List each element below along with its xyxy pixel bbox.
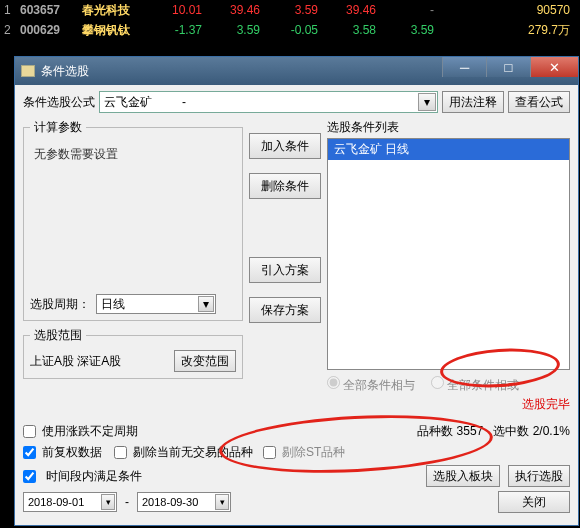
period-label: 选股周期： [30,296,90,313]
volume: 279.7万 [442,22,576,39]
fq-checkbox[interactable] [23,446,36,459]
unstable-period-checkbox[interactable] [23,425,36,438]
row-index: 2 [4,23,20,37]
delete-condition-button[interactable]: 删除条件 [249,173,321,199]
range-legend: 选股范围 [30,327,86,344]
param-box: 无参数需要设置 [30,142,236,288]
col4: 3.58 [326,23,384,37]
chevron-down-icon[interactable]: ▾ [198,296,214,312]
date-range-checkbox[interactable] [23,470,36,483]
col4: 39.46 [326,3,384,17]
range-text: 上证A股 深证A股 [30,353,121,370]
to-block-button[interactable]: 选股入板块 [426,465,500,487]
count-label: 品种数 [417,424,453,438]
date-from-combo[interactable]: 2018-09-01 ▾ [23,492,117,512]
radio-and[interactable]: 全部条件相与 [327,376,415,394]
view-formula-button[interactable]: 查看公式 [508,91,570,113]
radio-or-input[interactable] [431,376,444,389]
stock-filter-dialog: 条件选股 ─ □ ✕ 条件选股公式 云飞金矿 - ▾ 用法注释 查看公式 计算参… [14,56,579,526]
stock-code: 000629 [20,23,82,37]
execute-button[interactable]: 执行选股 [508,465,570,487]
add-condition-button[interactable]: 加入条件 [249,133,321,159]
col1: 10.01 [152,3,210,17]
status-text: 选股完毕 [327,396,570,413]
selected-value: 2/0.1% [533,424,570,438]
condition-list[interactable]: 云飞金矿 日线 [327,138,570,370]
condition-list-header: 选股条件列表 [327,119,570,136]
fq-label: 前复权数据 [42,444,102,461]
formula-sep: - [182,95,186,109]
formula-value: 云飞金矿 [104,94,152,111]
formula-label: 条件选股公式 [23,94,95,111]
list-item[interactable]: 云飞金矿 日线 [328,139,569,160]
exclude-notrade-checkbox[interactable] [114,446,127,459]
volume: 90570 [442,3,576,17]
calc-params-fieldset: 计算参数 无参数需要设置 选股周期： 日线 ▾ [23,119,243,321]
chevron-down-icon[interactable]: ▾ [418,93,436,111]
save-scheme-button[interactable]: 保存方案 [249,297,321,323]
stock-name: 春光科技 [82,2,152,19]
col3: 3.59 [268,3,326,17]
period-value: 日线 [101,296,125,313]
col2: 39.46 [210,3,268,17]
calc-legend: 计算参数 [30,119,86,136]
period-combo[interactable]: 日线 ▾ [96,294,216,314]
stock-row[interactable]: 1 603657 春光科技 10.01 39.46 3.59 39.46 - 9… [0,0,580,20]
stock-name: 攀钢钒钛 [82,22,152,39]
chevron-down-icon[interactable]: ▾ [101,494,115,510]
formula-combo[interactable]: 云飞金矿 - ▾ [99,91,438,113]
unstable-period-label: 使用涨跌不定周期 [42,423,138,440]
exclude-notrade-label: 剔除当前无交易的品种 [133,444,253,461]
folder-icon [21,65,35,77]
close-button[interactable]: ✕ [530,57,578,77]
maximize-button[interactable]: □ [486,57,530,77]
col3: -0.05 [268,23,326,37]
col2: 3.59 [210,23,268,37]
chevron-down-icon[interactable]: ▾ [215,494,229,510]
date-to-value: 2018-09-30 [142,496,198,508]
date-range-label: 时间段内满足条件 [46,468,142,485]
stock-row[interactable]: 2 000629 攀钢钒钛 -1.37 3.59 -0.05 3.58 3.59… [0,20,580,40]
date-from-value: 2018-09-01 [28,496,84,508]
date-sep: - [125,495,129,509]
radio-and-input[interactable] [327,376,340,389]
date-to-combo[interactable]: 2018-09-30 ▾ [137,492,231,512]
titlebar[interactable]: 条件选股 ─ □ ✕ [15,57,578,85]
dialog-title: 条件选股 [41,63,89,80]
change-range-button[interactable]: 改变范围 [174,350,236,372]
stock-range-fieldset: 选股范围 上证A股 深证A股 改变范围 [23,327,243,379]
dialog-close-button[interactable]: 关闭 [498,491,570,513]
exclude-st-label: 剔除ST品种 [282,444,345,461]
exclude-st-checkbox[interactable] [263,446,276,459]
no-params-text: 无参数需要设置 [34,147,118,161]
col1: -1.37 [152,23,210,37]
usage-button[interactable]: 用法注释 [442,91,504,113]
selected-label: 选中数 [493,424,529,438]
import-scheme-button[interactable]: 引入方案 [249,257,321,283]
col5: 3.59 [384,23,442,37]
col5: - [384,3,442,17]
radio-or[interactable]: 全部条件相或 [431,376,519,394]
row-index: 1 [4,3,20,17]
minimize-button[interactable]: ─ [442,57,486,77]
stock-code: 603657 [20,3,82,17]
stock-table: 1 603657 春光科技 10.01 39.46 3.59 39.46 - 9… [0,0,580,40]
count-value: 3557 [457,424,484,438]
